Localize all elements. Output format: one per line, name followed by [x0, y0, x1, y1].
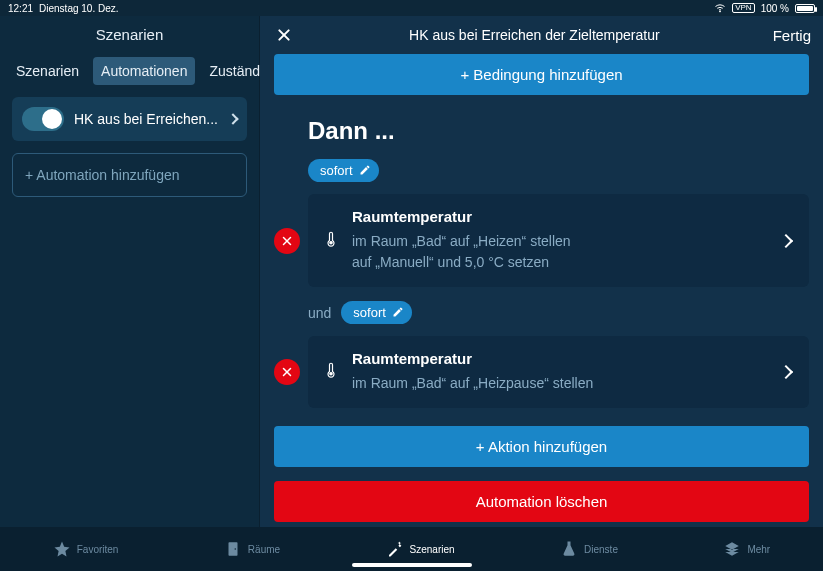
automation-label: HK aus bei Erreichen...	[74, 111, 219, 127]
segment-automationen[interactable]: Automationen	[93, 57, 195, 85]
svg-point-10	[234, 548, 236, 550]
tab-favoriten[interactable]: Favoriten	[53, 540, 119, 558]
chevron-right-icon	[779, 365, 793, 379]
delete-automation-button[interactable]: Automation löschen	[274, 481, 809, 522]
action-card[interactable]: Raumtemperatur im Raum „Bad“ auf „Heizpa…	[308, 336, 809, 408]
star-icon	[53, 540, 71, 558]
close-button[interactable]	[272, 23, 296, 47]
done-button[interactable]: Fertig	[773, 27, 811, 44]
wifi-icon	[714, 2, 726, 14]
delay-pill-1[interactable]: sofort	[308, 159, 379, 182]
then-section-title: Dann ...	[308, 117, 809, 145]
action-title: Raumtemperatur	[352, 350, 769, 367]
main-title: HK aus bei Erreichen der Zieltemperatur	[409, 27, 660, 43]
pencil-icon	[392, 306, 404, 318]
main-panel: HK aus bei Erreichen der Zieltemperatur …	[260, 16, 823, 527]
thermometer-icon	[322, 361, 340, 383]
and-label: und	[308, 305, 331, 321]
delete-action-button[interactable]	[274, 228, 300, 254]
tab-mehr[interactable]: Mehr	[723, 540, 770, 558]
tab-szenarien[interactable]: Szenarien	[386, 540, 455, 558]
status-time: 12:21	[8, 3, 33, 14]
door-icon	[224, 540, 242, 558]
add-action-button[interactable]: + Aktion hinzufügen	[274, 426, 809, 467]
action-subtitle: im Raum „Bad“ auf „Heizpause“ stellen	[352, 373, 769, 394]
home-indicator	[352, 563, 472, 567]
pencil-icon	[359, 164, 371, 176]
main-header: HK aus bei Erreichen der Zieltemperatur …	[260, 16, 823, 54]
svg-point-5	[330, 241, 332, 243]
automation-row[interactable]: HK aus bei Erreichen...	[12, 97, 247, 141]
battery-icon	[795, 4, 815, 13]
tab-dienste[interactable]: Dienste	[560, 540, 618, 558]
wand-icon	[386, 540, 404, 558]
status-bar: 12:21 Dienstag 10. Dez. VPN 100 %	[0, 0, 823, 16]
action-subtitle: im Raum „Bad“ auf „Heizen“ stellen auf „…	[352, 231, 769, 273]
svg-rect-9	[228, 542, 237, 556]
thermometer-icon	[322, 230, 340, 252]
battery-percent: 100 %	[761, 3, 789, 14]
action-title: Raumtemperatur	[352, 208, 769, 225]
automation-toggle[interactable]	[22, 107, 64, 131]
flask-icon	[560, 540, 578, 558]
action-card[interactable]: Raumtemperatur im Raum „Bad“ auf „Heizen…	[308, 194, 809, 287]
sidebar: Szenarien Szenarien Automationen Zuständ…	[0, 16, 260, 527]
vpn-badge: VPN	[732, 3, 754, 13]
chevron-right-icon	[227, 113, 238, 124]
chevron-right-icon	[779, 233, 793, 247]
delete-action-button[interactable]	[274, 359, 300, 385]
segment-szenarien[interactable]: Szenarien	[8, 57, 87, 85]
status-date: Dienstag 10. Dez.	[39, 3, 119, 14]
delay-pill-2[interactable]: sofort	[341, 301, 412, 324]
layers-icon	[723, 540, 741, 558]
svg-point-0	[720, 11, 721, 12]
svg-point-8	[330, 373, 332, 375]
tab-raeume[interactable]: Räume	[224, 540, 280, 558]
add-automation-button[interactable]: + Automation hinzufügen	[12, 153, 247, 197]
segment-control: Szenarien Automationen Zustände	[0, 57, 259, 97]
sidebar-title: Szenarien	[0, 16, 259, 57]
add-condition-button[interactable]: + Bedingung hinzufügen	[274, 54, 809, 95]
